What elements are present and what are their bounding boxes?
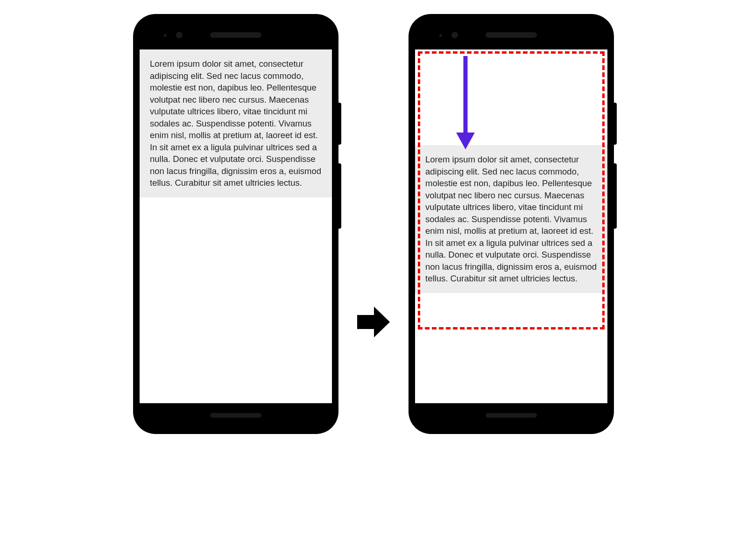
phone-bottom-speaker [486, 413, 537, 418]
phone-bottom-speaker [210, 413, 261, 418]
svg-marker-0 [357, 307, 390, 337]
phone-bottom-bezel [415, 403, 607, 427]
phone-side-button [338, 103, 341, 145]
transition-arrow-icon [357, 307, 390, 337]
phone-body: Lorem ipsum dolor sit amet, consectetur … [140, 21, 332, 427]
scroll-direction-arrow-icon [454, 56, 477, 151]
scroll-diagram: Lorem ipsum dolor sit amet, consectetur … [133, 14, 614, 434]
phone-speaker [486, 32, 537, 38]
phone-top-bezel [415, 21, 607, 49]
content-text-block: Lorem ipsum dolor sit amet, consectetur … [140, 49, 332, 197]
phone-speaker [210, 32, 261, 38]
phone-camera [451, 32, 458, 38]
phone-body: Lorem ipsum dolor sit amet, consectetur … [415, 21, 607, 427]
phone-screen-after: Lorem ipsum dolor sit amet, consectetur … [415, 49, 607, 403]
phone-side-button [338, 163, 341, 229]
phone-side-button [614, 163, 617, 229]
phone-after: Lorem ipsum dolor sit amet, consectetur … [409, 14, 614, 434]
phone-screen-before: Lorem ipsum dolor sit amet, consectetur … [140, 49, 332, 403]
phone-top-bezel [140, 21, 332, 49]
phone-sensor [439, 34, 442, 37]
phone-before: Lorem ipsum dolor sit amet, consectetur … [133, 14, 338, 434]
content-text-block: Lorem ipsum dolor sit amet, consectetur … [415, 145, 607, 293]
phone-sensor [164, 34, 167, 37]
phone-bottom-bezel [140, 403, 332, 427]
phone-camera [176, 32, 183, 38]
phone-side-button [614, 103, 617, 145]
